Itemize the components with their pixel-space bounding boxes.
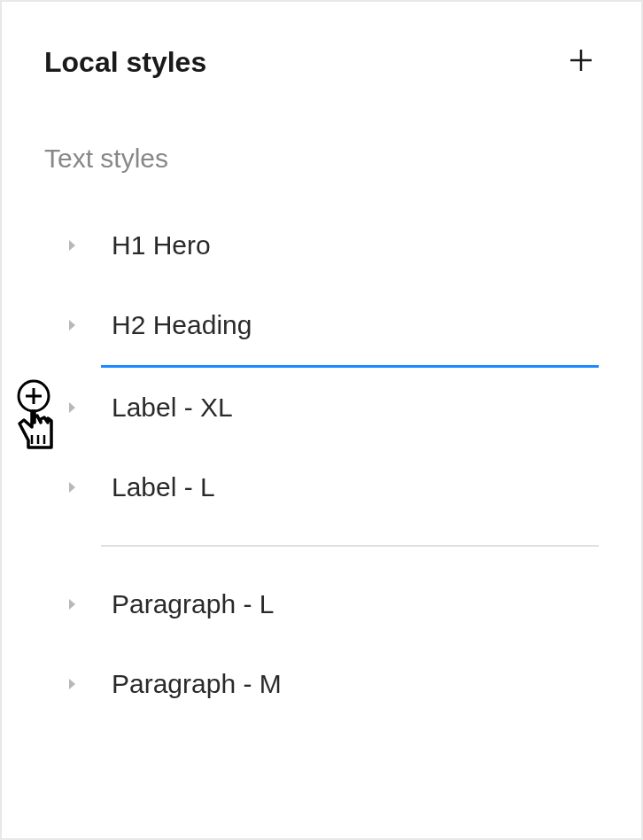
chevron-right-icon xyxy=(66,318,80,332)
chevron-right-icon xyxy=(66,480,80,494)
style-item-paragraph-l[interactable]: Paragraph - L xyxy=(2,564,641,644)
section-title: Text styles xyxy=(44,144,599,174)
chevron-right-icon xyxy=(66,238,80,253)
chevron-right-icon xyxy=(66,401,80,415)
style-list: H1 Hero H2 Heading Label - XL xyxy=(2,195,641,724)
section-header: Text styles xyxy=(2,80,641,195)
divider xyxy=(101,545,599,547)
style-label: Label - XL xyxy=(112,393,233,423)
style-item-label-l[interactable]: Label - L xyxy=(2,447,641,527)
style-label: Paragraph - M xyxy=(112,669,282,699)
panel-header: Local styles xyxy=(2,2,641,80)
style-item-paragraph-m[interactable]: Paragraph - M xyxy=(2,644,641,724)
add-style-button[interactable] xyxy=(563,44,599,80)
style-item-h2-heading[interactable]: H2 Heading xyxy=(2,285,641,365)
local-styles-panel: Local styles Text styles H1 Hero xyxy=(0,0,643,840)
plus-icon xyxy=(567,46,595,78)
style-label: Paragraph - L xyxy=(112,589,274,619)
style-label: H1 Hero xyxy=(112,230,211,261)
chevron-right-icon xyxy=(66,597,80,611)
chevron-right-icon xyxy=(66,677,80,691)
style-item-h1-hero[interactable]: H1 Hero xyxy=(2,206,641,285)
panel-title: Local styles xyxy=(44,46,206,79)
style-label: Label - L xyxy=(112,472,215,502)
style-label: H2 Heading xyxy=(112,310,252,340)
style-item-label-xl[interactable]: Label - XL xyxy=(2,368,641,447)
